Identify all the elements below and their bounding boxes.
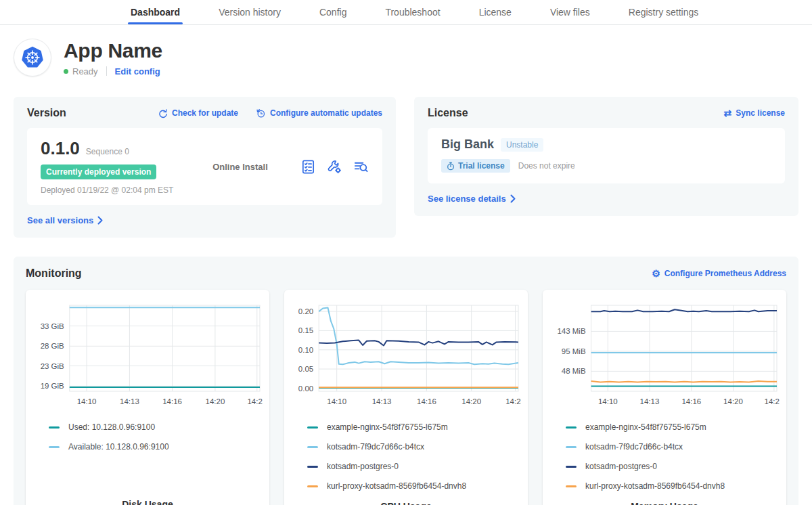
legend-label: kurl-proxy-kotsadm-8569fb6454-dnvh8 xyxy=(327,481,466,491)
tab-version-history[interactable]: Version history xyxy=(219,0,281,24)
svg-text:0.15: 0.15 xyxy=(298,326,313,334)
divider xyxy=(106,66,107,76)
svg-text:28 GiB: 28 GiB xyxy=(41,342,64,350)
svg-text:48 MiB: 48 MiB xyxy=(562,367,586,375)
tab-view-files[interactable]: View files xyxy=(550,0,590,24)
license-name: Big Bank xyxy=(441,137,494,152)
svg-text:14:13: 14:13 xyxy=(120,397,139,405)
svg-text:14:10: 14:10 xyxy=(77,397,97,405)
svg-text:14:20: 14:20 xyxy=(461,397,481,405)
legend-label: kotsadm-7f9dc7d66c-b4tcx xyxy=(585,442,683,452)
kubernetes-icon xyxy=(18,43,47,72)
legend-swatch xyxy=(566,426,577,429)
sync-license-link[interactable]: ⇄ Sync license xyxy=(724,108,785,118)
version-section-title: Version xyxy=(27,107,66,119)
legend-item: kurl-proxy-kotsadm-8569fb6454-dnvh8 xyxy=(566,481,781,491)
current-version-panel: 0.1.0 Sequence 0 Currently deployed vers… xyxy=(27,128,382,205)
cpu-usage-chart: 0.200.150.100.050.0014:1014:1314:1614:20… xyxy=(291,299,521,412)
svg-text:14:10: 14:10 xyxy=(327,397,346,405)
svg-text:95 MiB: 95 MiB xyxy=(562,347,586,355)
svg-text:143 MiB: 143 MiB xyxy=(557,327,586,335)
app-logo xyxy=(14,39,51,76)
edit-config-gear-icon[interactable] xyxy=(327,159,342,175)
see-all-versions-link[interactable]: See all versions xyxy=(27,215,103,225)
deployed-timestamp: Deployed 01/19/22 @ 02:04 pm EST xyxy=(41,185,196,195)
legend-label: kotsadm-postgres-0 xyxy=(585,462,657,471)
svg-text:0.05: 0.05 xyxy=(298,365,313,373)
check-for-update-link[interactable]: Check for update xyxy=(158,108,238,118)
svg-text:23 GiB: 23 GiB xyxy=(41,362,64,370)
legend-swatch xyxy=(307,485,318,487)
legend-label: example-nginx-54f8f76755-l675m xyxy=(327,422,448,432)
app-header: App Name Ready Edit config xyxy=(0,25,812,76)
legend-swatch xyxy=(49,426,60,429)
legend-swatch xyxy=(307,426,318,429)
license-expiry: Does not expire xyxy=(518,161,575,171)
svg-text:14:23: 14:23 xyxy=(247,397,263,405)
legend-label: example-nginx-54f8f76755-l675m xyxy=(585,422,706,432)
tab-config[interactable]: Config xyxy=(319,0,346,24)
legend-item: Used: 10.128.0.96:9100 xyxy=(49,422,264,432)
tab-dashboard[interactable]: Dashboard xyxy=(131,0,180,24)
legend-label: kotsadm-postgres-0 xyxy=(327,462,399,471)
top-nav: Dashboard Version history Config Trouble… xyxy=(0,0,812,25)
preflight-checks-icon[interactable] xyxy=(300,159,316,175)
version-number: 0.1.0 xyxy=(41,138,80,159)
chart-title: Disk Usage xyxy=(31,499,264,505)
gear-icon: ⚙ xyxy=(652,269,660,278)
chevron-right-icon xyxy=(510,194,516,203)
monitoring-section-title: Monitoring xyxy=(26,267,82,280)
legend-swatch xyxy=(307,466,318,468)
svg-text:0.20: 0.20 xyxy=(298,307,313,315)
license-card: License ⇄ Sync license Big Bank Unstable… xyxy=(414,97,798,216)
svg-text:14:16: 14:16 xyxy=(681,397,701,405)
svg-text:0.00: 0.00 xyxy=(298,385,313,393)
stopwatch-icon xyxy=(447,162,455,171)
install-type-label: Online Install xyxy=(212,162,268,172)
chart-legend: Used: 10.128.0.96:9100Available: 10.128.… xyxy=(49,422,264,462)
legend-item: example-nginx-54f8f76755-l675m xyxy=(307,422,522,432)
svg-text:14:23: 14:23 xyxy=(505,397,521,405)
chart-legend: example-nginx-54f8f76755-l675mkotsadm-7f… xyxy=(566,422,781,501)
edit-config-link[interactable]: Edit config xyxy=(115,66,160,76)
svg-text:14:13: 14:13 xyxy=(640,397,660,405)
refresh-icon xyxy=(158,108,168,118)
configure-prometheus-link[interactable]: ⚙ Configure Prometheus Address xyxy=(652,269,786,278)
memory-usage-chart-card: 143 MiB95 MiB48 MiB14:1014:1314:1614:201… xyxy=(543,290,786,505)
legend-item: kotsadm-7f9dc7d66c-b4tcx xyxy=(307,442,522,452)
svg-text:14:23: 14:23 xyxy=(765,397,780,405)
legend-swatch xyxy=(49,446,60,448)
page-title: App Name xyxy=(64,39,162,62)
svg-text:14:20: 14:20 xyxy=(206,397,225,405)
tab-license[interactable]: License xyxy=(479,0,512,24)
disk-usage-chart: 33 GiB28 GiB23 GiB19 GiB14:1014:1314:161… xyxy=(32,299,263,412)
channel-badge: Unstable xyxy=(501,138,543,152)
memory-usage-chart: 143 MiB95 MiB48 MiB14:1014:1314:1614:201… xyxy=(549,299,780,412)
sync-icon: ⇄ xyxy=(724,108,732,118)
legend-item: kotsadm-postgres-0 xyxy=(307,462,522,471)
legend-label: Available: 10.128.0.96:9100 xyxy=(68,442,169,452)
tab-troubleshoot[interactable]: Troubleshoot xyxy=(385,0,440,24)
legend-label: kotsadm-7f9dc7d66c-b4tcx xyxy=(327,442,424,452)
chart-title: CPU Usage xyxy=(290,501,522,505)
legend-swatch xyxy=(566,485,577,487)
tab-registry-settings[interactable]: Registry settings xyxy=(629,0,698,24)
app-status: Ready xyxy=(72,66,98,76)
legend-item: Available: 10.128.0.96:9100 xyxy=(49,442,264,452)
legend-swatch xyxy=(566,466,577,468)
svg-text:33 GiB: 33 GiB xyxy=(41,322,64,330)
legend-item: kurl-proxy-kotsadm-8569fb6454-dnvh8 xyxy=(307,481,522,491)
monitoring-section: Monitoring ⚙ Configure Prometheus Addres… xyxy=(14,257,798,505)
version-sequence: Sequence 0 xyxy=(86,147,129,156)
cpu-usage-chart-card: 0.200.150.100.050.0014:1014:1314:1614:20… xyxy=(284,290,528,505)
svg-text:14:20: 14:20 xyxy=(723,397,743,405)
configure-auto-updates-link[interactable]: Configure automatic updates xyxy=(256,108,382,118)
legend-item: kotsadm-postgres-0 xyxy=(566,462,781,471)
deploy-logs-icon[interactable] xyxy=(353,159,369,175)
svg-text:14:13: 14:13 xyxy=(372,397,392,405)
trial-license-badge: Trial license xyxy=(441,159,510,173)
clock-refresh-icon xyxy=(256,108,266,118)
see-license-details-link[interactable]: See license details xyxy=(428,194,516,204)
legend-label: Used: 10.128.0.96:9100 xyxy=(68,422,155,432)
chart-title: Memory Usage xyxy=(548,501,781,505)
